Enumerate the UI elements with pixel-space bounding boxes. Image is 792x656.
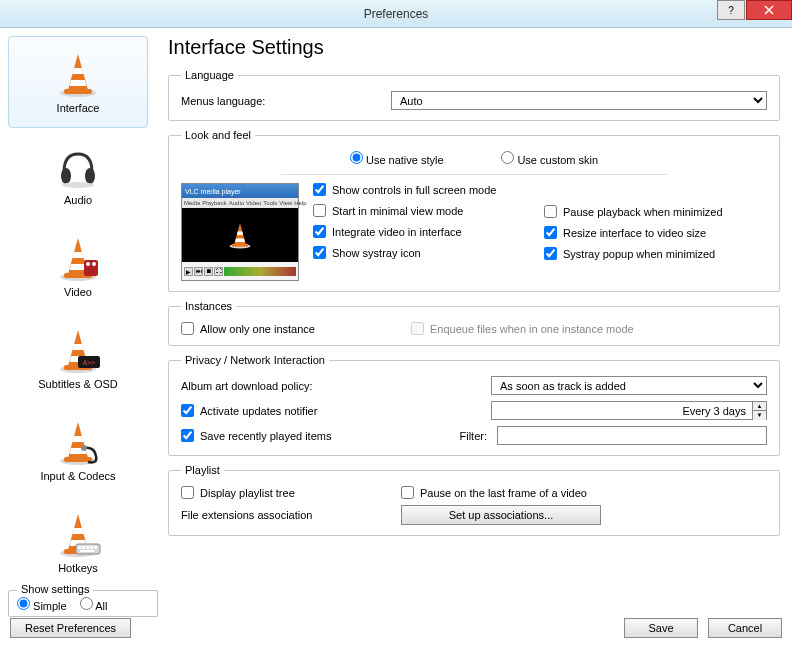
headphones-icon (54, 142, 102, 190)
cone-cable-icon (54, 418, 102, 466)
sidebar-item-audio[interactable]: Audio (8, 128, 148, 220)
show-settings-all[interactable]: All (80, 600, 108, 612)
sidebar-item-label: Video (64, 286, 92, 298)
spin-up-icon[interactable]: ▲ (753, 402, 766, 411)
sidebar-item-interface[interactable]: Interface (8, 36, 148, 128)
preview-controls: ▶⏭⏹⛶ (182, 262, 298, 280)
filter-label: Filter: (457, 430, 487, 442)
sidebar-item-label: Hotkeys (58, 562, 98, 574)
titlebar: Preferences ? (0, 0, 792, 28)
spin-down-icon[interactable]: ▼ (753, 411, 766, 420)
cone-keyboard-icon (54, 510, 102, 558)
update-interval-spinner[interactable]: Every 3 days ▲▼ (491, 401, 767, 420)
show-controls-checkbox[interactable]: Show controls in full screen mode (313, 183, 536, 196)
svg-rect-5 (84, 260, 98, 276)
pause-last-frame-checkbox[interactable]: Pause on the last frame of a video (401, 486, 587, 499)
native-style-radio[interactable]: Use native style (350, 151, 444, 166)
cone-subtitle-icon: A>> (54, 326, 102, 374)
menus-language-label: Menus language: (181, 95, 381, 107)
playlist-legend: Playlist (181, 464, 224, 476)
show-settings-simple[interactable]: Simple (17, 600, 67, 612)
preview-titlebar: VLC media player (182, 184, 298, 198)
svg-point-10 (81, 445, 87, 451)
menus-language-select[interactable]: Auto (391, 91, 767, 110)
language-legend: Language (181, 69, 238, 81)
enqueue-files-checkbox: Enqueue files when in one instance mode (411, 322, 634, 335)
svg-text:A>>: A>> (83, 359, 96, 367)
lookfeel-group: Look and feel Use native style Use custo… (168, 129, 780, 292)
svg-point-2 (61, 168, 71, 184)
svg-rect-17 (80, 550, 94, 552)
preview-video (182, 208, 298, 262)
systray-popup-checkbox[interactable]: Systray popup when minimized (544, 247, 767, 260)
svg-rect-15 (90, 546, 93, 549)
sidebar-item-subtitles[interactable]: A>> Subtitles & OSD (8, 312, 148, 404)
svg-rect-12 (78, 546, 81, 549)
svg-point-6 (86, 262, 90, 266)
setup-associations-button[interactable]: Set up associations... (401, 505, 601, 525)
sidebar-item-label: Interface (57, 102, 100, 114)
privacy-group: Privacy / Network Interaction Album art … (168, 354, 780, 456)
window-title: Preferences (0, 7, 792, 21)
show-settings-legend: Show settings (17, 583, 93, 595)
album-art-label: Album art download policy: (181, 380, 481, 392)
svg-point-3 (85, 168, 95, 184)
display-tree-checkbox[interactable]: Display playlist tree (181, 486, 391, 499)
cone-icon (54, 50, 102, 98)
sidebar-item-video[interactable]: Video (8, 220, 148, 312)
sidebar-item-input-codecs[interactable]: Input & Codecs (8, 404, 148, 496)
save-recent-checkbox[interactable]: Save recently played items (181, 429, 447, 442)
preview-menu: MediaPlaybackAudioVideoToolsViewHelp (182, 198, 298, 208)
sidebar-item-label: Audio (64, 194, 92, 206)
instances-group: Instances Allow only one instance Enqueu… (168, 300, 780, 346)
sidebar-item-label: Subtitles & OSD (38, 378, 117, 390)
footer: Reset Preferences Save Cancel (0, 616, 792, 638)
show-systray-checkbox[interactable]: Show systray icon (313, 246, 536, 259)
save-button[interactable]: Save (624, 618, 698, 638)
sidebar-item-hotkeys[interactable]: Hotkeys (8, 496, 148, 588)
main-panel: Interface Settings Language Menus langua… (164, 36, 784, 608)
start-minimal-checkbox[interactable]: Start in minimal view mode (313, 204, 536, 217)
cone-film-icon (54, 234, 102, 282)
svg-point-7 (92, 262, 96, 266)
sidebar: Interface Audio Video (8, 36, 158, 608)
custom-skin-radio[interactable]: Use custom skin (501, 151, 598, 166)
skin-preview: VLC media player MediaPlaybackAudioVideo… (181, 183, 299, 281)
cancel-button[interactable]: Cancel (708, 618, 782, 638)
close-button[interactable] (746, 0, 792, 20)
show-settings-group: Show settings Simple All (8, 590, 158, 617)
svg-rect-14 (86, 546, 89, 549)
filter-input[interactable] (497, 426, 767, 445)
allow-one-instance-checkbox[interactable]: Allow only one instance (181, 322, 401, 335)
privacy-legend: Privacy / Network Interaction (181, 354, 329, 366)
album-art-select[interactable]: As soon as track is added (491, 376, 767, 395)
svg-point-4 (62, 182, 94, 188)
activate-updates-checkbox[interactable]: Activate updates notifier (181, 404, 481, 417)
playlist-group: Playlist Display playlist tree Pause on … (168, 464, 780, 536)
page-title: Interface Settings (168, 36, 780, 59)
integrate-video-checkbox[interactable]: Integrate video in interface (313, 225, 536, 238)
pause-minimized-checkbox[interactable]: Pause playback when minimized (544, 205, 767, 218)
sidebar-item-label: Input & Codecs (40, 470, 115, 482)
help-button[interactable]: ? (717, 0, 745, 20)
svg-rect-16 (94, 546, 97, 549)
language-group: Language Menus language: Auto (168, 69, 780, 121)
instances-legend: Instances (181, 300, 236, 312)
reset-preferences-button[interactable]: Reset Preferences (10, 618, 131, 638)
lookfeel-legend: Look and feel (181, 129, 255, 141)
svg-rect-13 (82, 546, 85, 549)
file-ext-label: File extensions association (181, 509, 391, 521)
resize-interface-checkbox[interactable]: Resize interface to video size (544, 226, 767, 239)
